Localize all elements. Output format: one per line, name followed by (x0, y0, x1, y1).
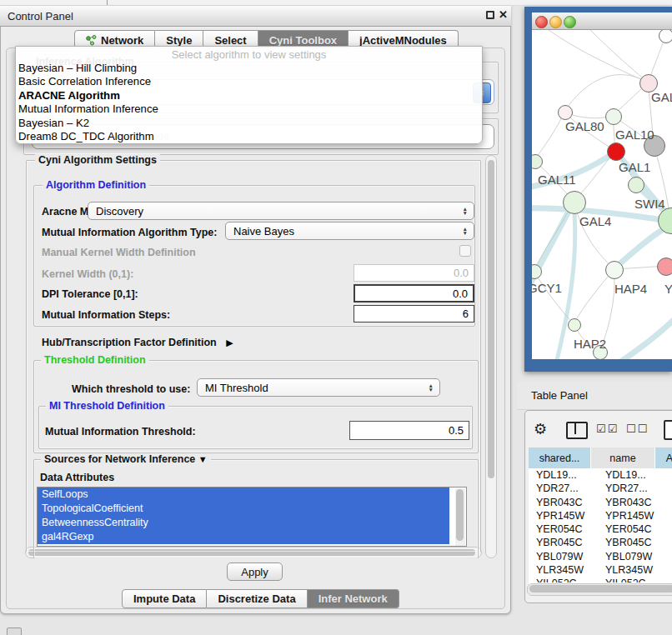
network-node[interactable] (563, 191, 586, 214)
table-scrollbar-thumb[interactable] (529, 585, 672, 592)
close-traffic-light-icon[interactable] (535, 16, 548, 28)
mi-type-value: Naive Bayes (233, 225, 294, 238)
data-attributes-list[interactable]: SelfLoopsTopologicalCoefficientBetweenne… (37, 487, 467, 547)
table-column-header[interactable]: A (655, 448, 672, 468)
which-threshold-value: MI Threshold (205, 382, 268, 394)
network-node-label: HAP2 (574, 337, 606, 351)
settings-vertical-scrollbar[interactable] (485, 155, 497, 558)
hub-definition-toggle[interactable]: Hub/Transcription Factor Definition ▶ (42, 334, 233, 349)
tab-label: Select (214, 34, 246, 47)
table-cell: YER054C (529, 523, 598, 537)
attribute-list-item[interactable]: SelfLoops (38, 488, 449, 502)
tab-discretize-data[interactable]: Discretize Data (207, 589, 307, 608)
dropdown-item[interactable]: Bayesian – K2 (18, 117, 477, 130)
app-top-strip (0, 0, 672, 6)
mi-type-select[interactable]: Naive Bayes ▲▼ (225, 222, 474, 240)
table-cell: 9. (669, 510, 672, 523)
aracne-mode-value: Discovery (96, 205, 143, 218)
dropdown-item[interactable]: Dream8 DC_TDC Algorithm (18, 130, 477, 143)
threshold-definition-title: Threshold Definition (41, 354, 149, 366)
network-window-titlebar[interactable] (532, 12, 672, 30)
dropdown-item[interactable]: ARACNE Algorithm (18, 89, 477, 102)
gear-icon[interactable]: ⚙ (534, 420, 547, 438)
columns-icon[interactable] (566, 422, 588, 439)
collapsed-arrow-icon[interactable]: ▶ (226, 338, 233, 348)
cyni-bottom-tabs: Impute DataDiscretize DataInfer Network (122, 589, 399, 607)
algorithm-dropdown-popup: Select algorithm to view settings Bayesi… (15, 46, 483, 144)
table-row[interactable]: YBR043CYBR043C (529, 497, 672, 510)
dropdown-item[interactable]: Mutual Information Inference (18, 102, 477, 116)
network-node[interactable] (605, 108, 622, 125)
table-panel-title: Table Panel (531, 389, 588, 402)
network-node[interactable] (607, 142, 625, 161)
control-panel-titlebar[interactable] (0, 6, 511, 27)
table-column-header[interactable]: shared... (529, 448, 591, 468)
sources-title: Sources for Network Inference ▼ (41, 453, 211, 465)
table-cell: YER054C (598, 523, 669, 537)
manual-kernel-checkbox[interactable] (459, 245, 471, 257)
table-function-icon[interactable] (664, 420, 672, 440)
network-node[interactable] (657, 258, 672, 276)
table-row[interactable]: YDR27...YDR27...12 (529, 482, 672, 496)
network-node[interactable] (659, 30, 672, 43)
dpi-tolerance-input[interactable]: 0.0 (354, 284, 474, 302)
list-scrollbar[interactable] (455, 488, 465, 547)
minimize-traffic-light-icon[interactable] (549, 16, 562, 28)
dropdown-item[interactable]: Basic Correlation Inference (18, 75, 477, 88)
network-node-label: GAL10 (615, 128, 654, 142)
attribute-list-item[interactable]: gal4RGexp (38, 530, 449, 544)
apply-button[interactable]: Apply (227, 562, 283, 581)
kernel-width-input[interactable]: 0.0 (354, 264, 474, 282)
table-panel-bar: Table Panel (517, 382, 672, 410)
table-cell: YDR27... (529, 482, 598, 496)
attribute-list-item[interactable]: TopologicalCoefficient (38, 502, 449, 516)
table-horizontal-scrollbar[interactable] (527, 583, 672, 596)
aracne-mode-select[interactable]: Discovery ▲▼ (88, 202, 474, 220)
network-view-window[interactable]: GAL7GAL80GAL10GAL1GAL11SWI4GAL4GCY1HAP4Y… (532, 12, 672, 359)
table-row[interactable]: YDL19...YDL19...13 (529, 469, 672, 482)
network-node[interactable] (605, 261, 624, 279)
data-attributes-label: Data Attributes (40, 472, 114, 483)
float-window-icon[interactable] (486, 11, 494, 19)
network-node[interactable] (568, 318, 581, 332)
network-node-label: YB (664, 282, 672, 296)
table-cell: 0 (669, 578, 672, 582)
table-row[interactable]: YPR145WYPR145W9. (529, 510, 672, 523)
table-body: YDL19...YDL19...13YDR27...YDR27...12YBR0… (529, 469, 672, 582)
table-cell: YIL052C (598, 578, 669, 582)
table-row[interactable]: YLR345WYLR345W9. (529, 564, 672, 578)
network-node-label: GAL7 (651, 90, 672, 104)
network-node[interactable] (558, 105, 573, 120)
mi-steps-input[interactable]: 6 (354, 305, 474, 322)
dropdown-item[interactable]: Bayesian – Hill Climbing (18, 62, 477, 75)
table-cell: 9. (669, 537, 672, 550)
zoom-traffic-light-icon[interactable] (564, 16, 576, 28)
table-column-header[interactable]: name (591, 448, 655, 468)
minimized-widget[interactable] (7, 628, 22, 635)
mi-threshold-input[interactable]: 0.5 (349, 421, 469, 440)
table-row[interactable]: YER054CYER054C8. (529, 523, 672, 537)
network-canvas[interactable]: GAL7GAL80GAL10GAL1GAL11SWI4GAL4GCY1HAP4Y… (532, 30, 672, 359)
network-node[interactable] (628, 177, 644, 193)
tab-infer-network[interactable]: Infer Network (308, 589, 399, 608)
table-row[interactable]: YIL052CYIL052C0 (529, 578, 672, 582)
which-threshold-select[interactable]: MI Threshold ▲▼ (197, 378, 440, 397)
unchecked-columns-icon[interactable]: ☐☐ (626, 422, 649, 435)
list-scrollbar-thumb[interactable] (456, 489, 464, 541)
network-node-label: GAL80 (565, 119, 604, 133)
tab-label: jActiveMNodules (359, 34, 447, 47)
table-cell: YPR145W (598, 510, 669, 523)
checked-columns-icon[interactable]: ☑☑ (596, 422, 619, 435)
network-tab-icon (86, 35, 97, 46)
table-row[interactable]: YBR045CYBR045C9. (529, 537, 672, 550)
attribute-list-item[interactable]: BetweennessCentrality (38, 516, 449, 530)
expanded-arrow-icon[interactable]: ▼ (198, 454, 208, 464)
vertical-scrollbar-thumb[interactable] (488, 160, 494, 478)
close-icon[interactable]: ✕ (499, 8, 508, 21)
table-cell: 8. (669, 523, 672, 537)
algorithm-definition-title: Algorithm Definition (43, 179, 149, 191)
tab-label: Infer Network (318, 592, 388, 605)
table-cell: YBL079W (598, 551, 669, 564)
table-row[interactable]: YBL079WYBL079W (529, 551, 672, 564)
tab-impute-data[interactable]: Impute Data (122, 589, 207, 608)
